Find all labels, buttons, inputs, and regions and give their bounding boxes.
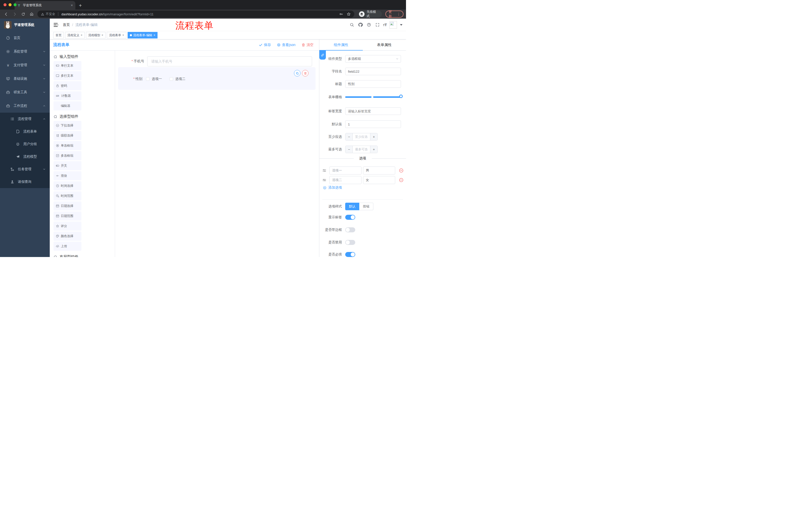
close-icon[interactable]: × bbox=[102, 33, 103, 37]
default-value-input[interactable] bbox=[345, 120, 401, 128]
browser-tab[interactable]: 芋道管理系统 × bbox=[14, 1, 76, 9]
maximize-window-button[interactable] bbox=[13, 3, 17, 6]
view-json-button[interactable]: 查看json bbox=[277, 43, 295, 47]
sidebar-item-devtools[interactable]: 研发工具 bbox=[0, 85, 50, 99]
macos-traffic-lights[interactable] bbox=[3, 3, 17, 6]
minimize-window-button[interactable] bbox=[8, 3, 11, 6]
decrease-button[interactable]: − bbox=[345, 146, 353, 153]
user-avatar-broken-image[interactable] bbox=[389, 21, 397, 29]
field-name-input[interactable] bbox=[345, 67, 401, 75]
increase-button[interactable]: + bbox=[370, 133, 377, 140]
max-select-value[interactable]: 最多可选 bbox=[353, 146, 370, 153]
reload-button[interactable] bbox=[19, 10, 27, 18]
close-icon[interactable]: × bbox=[81, 33, 82, 37]
save-button[interactable]: 保存 bbox=[259, 43, 271, 47]
sidebar-item-system[interactable]: 系统管理 bbox=[0, 45, 50, 58]
tab-form-props[interactable]: 表单属性 bbox=[363, 39, 406, 50]
app-logo[interactable]: 芋道管理系统 bbox=[0, 19, 50, 31]
sidebar-item-process-model[interactable]: 流程模型 bbox=[0, 151, 50, 163]
password-key-icon[interactable] bbox=[339, 12, 343, 16]
sidebar-item-workflow[interactable]: 工作流程 bbox=[0, 99, 50, 113]
sidebar-collapse-icon[interactable] bbox=[53, 22, 59, 28]
form-canvas[interactable]: *手机号 *性别 选项一 bbox=[115, 51, 319, 257]
bookmark-star-icon[interactable] bbox=[347, 12, 351, 16]
drag-handle-icon[interactable] bbox=[322, 178, 326, 182]
sidebar-item-payment[interactable]: ¥ 支付管理 bbox=[0, 58, 50, 72]
security-label[interactable]: 不安全 bbox=[46, 12, 55, 16]
caret-down-icon[interactable] bbox=[400, 24, 403, 26]
browser-update-button[interactable]: 更新 ⋮ bbox=[385, 10, 404, 18]
phone-input[interactable] bbox=[147, 56, 312, 66]
palette-item-date-range[interactable]: 日期范围 bbox=[54, 212, 81, 220]
option-1-label-input[interactable] bbox=[329, 166, 361, 174]
new-tab-button[interactable]: + bbox=[79, 3, 82, 8]
tag-process-definition[interactable]: 流程定义× bbox=[65, 32, 85, 38]
browser-menu-icon[interactable]: ⋮ bbox=[397, 13, 401, 15]
palette-item-date-picker[interactable]: 日期选择 bbox=[54, 201, 81, 211]
palette-item-slider[interactable]: 滑块 bbox=[54, 171, 81, 180]
palette-item-time-range[interactable]: 时间范围 bbox=[54, 191, 81, 200]
delete-component-button[interactable] bbox=[302, 70, 309, 77]
sidebar-item-home[interactable]: 首页 bbox=[0, 31, 50, 45]
drag-handle-icon[interactable] bbox=[322, 168, 326, 172]
palette-item-switch[interactable]: 开关 bbox=[54, 161, 81, 170]
palette-item-radio-group[interactable]: 单选框组 bbox=[54, 141, 81, 150]
sidebar-item-process-management[interactable]: 流程管理 bbox=[0, 113, 50, 125]
duplicate-component-button[interactable] bbox=[294, 70, 300, 77]
palette-item-cascader[interactable]: 级联选择 bbox=[54, 131, 81, 140]
border-toggle[interactable] bbox=[345, 227, 355, 232]
palette-item-color-picker[interactable]: 颜色选择 bbox=[54, 232, 81, 241]
palette-item-time-picker[interactable]: 时间选择 bbox=[54, 181, 81, 190]
required-toggle[interactable] bbox=[345, 252, 355, 257]
remove-option-icon[interactable] bbox=[399, 168, 404, 173]
help-icon[interactable] bbox=[366, 22, 372, 28]
palette-item-checkbox-group[interactable]: 多选框组 bbox=[54, 151, 81, 160]
option-1-value-input[interactable] bbox=[363, 166, 395, 174]
close-window-button[interactable] bbox=[3, 3, 6, 6]
tag-process-form-edit-active[interactable]: 流程表单-编辑× bbox=[127, 32, 157, 38]
gender-option-1[interactable]: 选项一 bbox=[146, 77, 162, 81]
component-type-select[interactable]: 多选框组 bbox=[345, 55, 401, 63]
clear-button[interactable]: 清空 bbox=[301, 43, 314, 47]
slider-thumb[interactable] bbox=[399, 94, 403, 98]
sidebar-item-task-management[interactable]: 任务管理 bbox=[0, 163, 50, 175]
disabled-toggle[interactable] bbox=[345, 240, 355, 245]
option-2-value-input[interactable] bbox=[363, 176, 395, 184]
gender-option-2[interactable]: 选项二 bbox=[170, 77, 186, 81]
font-size-icon[interactable]: TT bbox=[383, 23, 387, 27]
checkbox[interactable] bbox=[146, 77, 149, 81]
canvas-field-phone[interactable]: *手机号 bbox=[115, 56, 312, 66]
show-label-toggle[interactable] bbox=[345, 215, 355, 220]
github-icon[interactable] bbox=[357, 22, 364, 28]
remove-option-icon[interactable] bbox=[399, 178, 404, 183]
sidebar-item-infra[interactable]: 基础设施 bbox=[0, 72, 50, 85]
fullscreen-icon[interactable] bbox=[375, 22, 381, 28]
palette-item-rate[interactable]: 评分 bbox=[54, 221, 81, 231]
option-2-label-input[interactable] bbox=[329, 176, 361, 184]
home-button[interactable] bbox=[28, 10, 35, 18]
option-style-button-button[interactable]: 按钮 bbox=[359, 203, 373, 210]
tag-process-form[interactable]: 流程表单× bbox=[107, 32, 126, 38]
canvas-field-gender-selected[interactable]: *性别 选项一 选项二 bbox=[118, 67, 316, 90]
tag-process-model[interactable]: 流程模型× bbox=[86, 32, 106, 38]
label-width-input[interactable] bbox=[345, 107, 401, 115]
increase-button[interactable]: + bbox=[370, 146, 377, 153]
sidebar-item-process-form[interactable]: 流程表单 bbox=[0, 125, 50, 138]
breadcrumb-home[interactable]: 首页 bbox=[63, 23, 70, 27]
add-option-link[interactable]: 添加选项 bbox=[323, 185, 342, 190]
close-icon[interactable]: × bbox=[153, 33, 155, 37]
sidebar-item-leave-query[interactable]: 请假查询 bbox=[0, 175, 50, 188]
palette-item-counter[interactable]: 123计数器 bbox=[54, 91, 81, 100]
title-input[interactable] bbox=[345, 80, 401, 88]
min-select-value[interactable]: 至少应选 bbox=[353, 133, 370, 140]
tab-close-icon[interactable]: × bbox=[71, 3, 73, 7]
palette-item-editor[interactable]: 编辑器 bbox=[54, 101, 81, 110]
sidebar-item-user-group[interactable]: 用户分组 bbox=[0, 138, 50, 151]
close-icon[interactable]: × bbox=[122, 33, 124, 37]
option-style-default-button[interactable]: 默认 bbox=[345, 203, 359, 210]
palette-item-multi-line-text[interactable]: 多行文本 bbox=[54, 71, 81, 80]
palette-item-dropdown[interactable]: 下拉选择 bbox=[54, 121, 81, 130]
palette-item-upload[interactable]: 上传 bbox=[54, 242, 81, 251]
checkbox[interactable] bbox=[170, 77, 173, 81]
search-icon[interactable] bbox=[349, 22, 355, 28]
